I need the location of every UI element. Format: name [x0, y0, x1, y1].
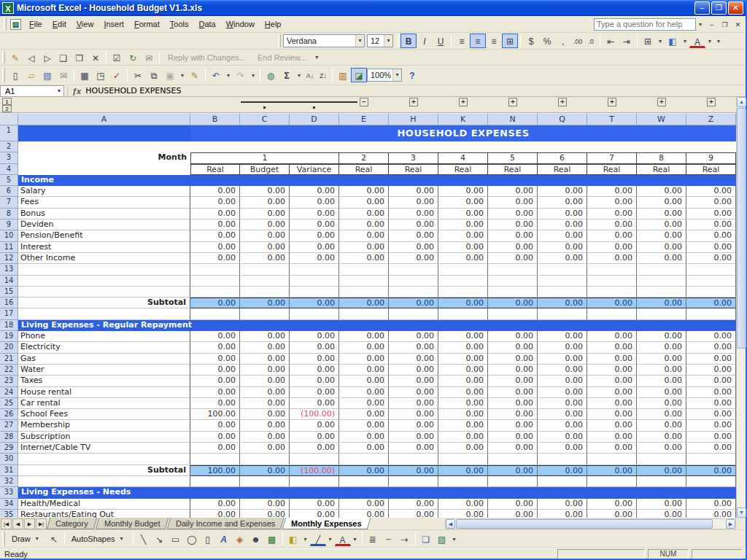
cell[interactable]: 0.00	[438, 420, 488, 431]
outline-expand-button[interactable]: +	[707, 98, 716, 106]
cell[interactable]: 5	[488, 152, 538, 163]
cell[interactable]	[389, 287, 438, 298]
cell[interactable]: 0.00	[290, 331, 339, 342]
toolbar-grip[interactable]	[2, 51, 5, 63]
cell[interactable]: 0.00	[389, 242, 438, 253]
cell[interactable]	[290, 476, 339, 487]
cell-A23[interactable]: Taxes	[18, 376, 190, 386]
cell[interactable]: 0.00	[240, 409, 290, 420]
cell[interactable]: 0.00	[686, 443, 736, 454]
cell[interactable]: 0.00	[389, 398, 438, 409]
cell[interactable]: Real	[686, 164, 736, 175]
cell[interactable]: 0.00	[339, 510, 389, 518]
increase-decimal-icon[interactable]: .00	[571, 34, 584, 48]
align-center-icon[interactable]: ≡	[470, 34, 486, 48]
row-header-15[interactable]: 15	[0, 287, 18, 298]
previous-sheet-icon[interactable]: ◀	[12, 518, 23, 529]
cell[interactable]	[190, 276, 240, 287]
cell[interactable]: 0.00	[637, 209, 686, 219]
font-color-dropdown-icon[interactable]: ▾	[351, 536, 360, 542]
cell[interactable]	[637, 264, 686, 275]
outline-expand-button[interactable]: +	[508, 98, 517, 106]
chevron-down-icon[interactable]: ▾	[384, 35, 392, 47]
cell[interactable]: 0.00	[190, 420, 240, 431]
cell[interactable]: 0.00	[686, 219, 736, 230]
cell-A21[interactable]: Gas	[18, 354, 190, 365]
line-style-icon[interactable]: ≣	[365, 532, 381, 546]
column-header-Z[interactable]: Z	[686, 113, 736, 125]
cell[interactable]: 0.00	[637, 354, 686, 365]
cell[interactable]: 0.00	[438, 443, 488, 454]
cell-A29[interactable]: Internet/Cable TV	[18, 443, 190, 454]
cell[interactable]: Real	[339, 164, 389, 175]
cell[interactable]: 0.00	[290, 209, 339, 219]
next-sheet-icon[interactable]: ▶	[24, 518, 35, 529]
menu-tools[interactable]: Tools	[165, 18, 194, 31]
column-header-A[interactable]: A	[18, 113, 190, 125]
cell[interactable]: 8	[637, 152, 686, 163]
cell-A3[interactable]: Month	[18, 152, 190, 163]
cell[interactable]	[290, 454, 339, 464]
rectangle-icon[interactable]: ▭	[168, 532, 184, 546]
cell[interactable]: Real	[587, 164, 637, 175]
insert-hyperlink-icon[interactable]: ◍	[263, 68, 279, 82]
cell[interactable]: 100.00	[190, 409, 240, 420]
cell-A1[interactable]	[18, 125, 190, 141]
cell[interactable]: 0.00	[290, 510, 339, 518]
cell[interactable]: 0.00	[240, 376, 290, 386]
scroll-up-icon[interactable]: ▲	[737, 97, 746, 107]
cell[interactable]: 0.00	[488, 331, 538, 342]
cell[interactable]	[438, 264, 488, 275]
cell[interactable]	[240, 276, 290, 287]
column-header-N[interactable]: N	[488, 113, 538, 125]
cell[interactable]	[339, 287, 389, 298]
font-size-combo[interactable]: 12 ▾	[367, 34, 393, 47]
cut-icon[interactable]: ✂	[130, 68, 146, 82]
cell[interactable]: 0.00	[290, 499, 339, 510]
menu-format[interactable]: Format	[129, 18, 165, 31]
row-header-24[interactable]: 24	[0, 387, 18, 398]
row-header-20[interactable]: 20	[0, 342, 18, 353]
cell[interactable]: 0.00	[339, 298, 389, 308]
cell[interactable]: 0.00	[190, 331, 240, 342]
font-color-dropdown-icon[interactable]: ▾	[705, 38, 714, 44]
cell[interactable]	[389, 308, 438, 319]
format-painter-icon[interactable]: ✎	[187, 68, 203, 82]
horizontal-scrollbar[interactable]: ◀ ▶	[445, 518, 736, 529]
outline-expand-button[interactable]: +	[409, 98, 418, 106]
menu-help[interactable]: Help	[260, 18, 287, 31]
autoshapes-menu-button[interactable]: AutoShapes ▾	[67, 532, 131, 546]
cell[interactable]: 0.00	[389, 230, 438, 241]
cell-A8[interactable]: Bonus	[18, 209, 190, 219]
cell[interactable]	[240, 454, 290, 464]
cell[interactable]: 0.00	[240, 420, 290, 431]
threed-style-icon[interactable]: ▧	[434, 532, 450, 546]
cell[interactable]: 0.00	[438, 197, 488, 208]
cell[interactable]	[190, 454, 240, 464]
cell[interactable]: 0.00	[686, 253, 736, 264]
row-header-3[interactable]: 3	[0, 152, 18, 163]
clip-art-icon[interactable]: ☻	[248, 532, 264, 546]
row-header-26[interactable]: 26	[0, 409, 18, 420]
cell[interactable]	[190, 287, 240, 298]
cell[interactable]: 0.00	[587, 331, 637, 342]
cell[interactable]	[686, 287, 736, 298]
row-header-22[interactable]: 22	[0, 365, 18, 376]
cell-A9[interactable]: Deviden	[18, 219, 190, 230]
create-outlook-task-icon[interactable]: ☑	[109, 50, 125, 65]
cell[interactable]: Real	[438, 164, 488, 175]
cell[interactable]: 0.00	[587, 499, 637, 510]
section-header-cell[interactable]: Living Expenses - Regular Repayment	[18, 320, 736, 331]
cell[interactable]: 0.00	[389, 354, 438, 365]
cell-A16[interactable]: Subtotal	[18, 298, 190, 308]
cell[interactable]: 0.00	[240, 398, 290, 409]
outline-expand-button[interactable]: +	[558, 98, 567, 106]
column-header-H[interactable]: H	[389, 113, 438, 125]
cell[interactable]: 0.00	[389, 253, 438, 264]
cell[interactable]: 0.00	[389, 219, 438, 230]
cell-A15[interactable]	[18, 287, 190, 298]
cell[interactable]: 0.00	[637, 432, 686, 443]
percent-style-icon[interactable]: %	[539, 34, 555, 48]
toolbar-grip[interactable]	[4, 18, 7, 31]
cell[interactable]: 0.00	[587, 354, 637, 365]
